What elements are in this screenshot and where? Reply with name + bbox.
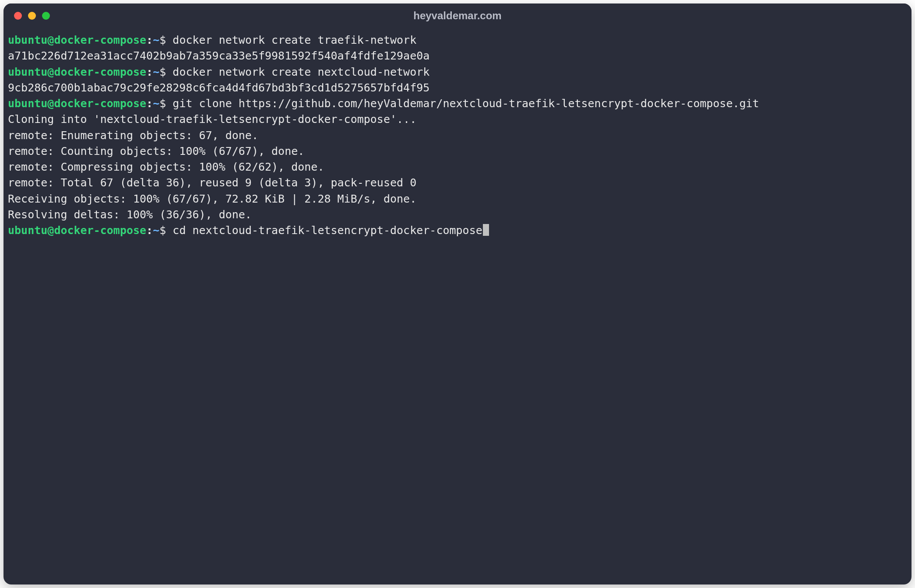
- window-controls: [4, 12, 50, 20]
- output-text: remote: Enumerating objects: 67, done.: [8, 129, 258, 142]
- output-line: remote: Compressing objects: 100% (62/62…: [8, 159, 907, 175]
- output-line: remote: Enumerating objects: 67, done.: [8, 128, 907, 144]
- output-text: Receiving objects: 100% (67/67), 72.82 K…: [8, 192, 416, 205]
- prompt-colon: :: [146, 66, 153, 78]
- prompt-host: docker-compose: [54, 224, 146, 237]
- prompt-at: @: [47, 34, 54, 46]
- prompt-user: ubuntu: [8, 224, 47, 237]
- command-text: docker network create traefik-network: [172, 34, 416, 46]
- prompt-user: ubuntu: [8, 34, 47, 46]
- prompt-host: docker-compose: [54, 34, 146, 46]
- prompt-user: ubuntu: [8, 97, 47, 110]
- prompt-at: @: [47, 97, 54, 110]
- output-line: a71bc226d712ea31acc7402b9ab7a359ca33e5f9…: [8, 48, 907, 64]
- command-text: cd nextcloud-traefik-letsencrypt-docker-…: [172, 224, 482, 237]
- window-title: heyvaldemar.com: [4, 10, 911, 22]
- close-icon[interactable]: [14, 12, 22, 20]
- output-line: Receiving objects: 100% (67/67), 72.82 K…: [8, 191, 907, 207]
- command-text: docker network create nextcloud-network: [172, 66, 429, 78]
- prompt-path: ~: [153, 34, 159, 46]
- output-text: 9cb286c700b1abac79c29fe28298c6fca4d4fd67…: [8, 81, 429, 94]
- prompt-colon: :: [146, 97, 153, 110]
- prompt-path: ~: [153, 97, 159, 110]
- output-text: a71bc226d712ea31acc7402b9ab7a359ca33e5f9…: [8, 49, 429, 62]
- prompt-colon: :: [146, 34, 153, 46]
- output-text: Resolving deltas: 100% (36/36), done.: [8, 208, 252, 221]
- prompt-host: docker-compose: [54, 66, 146, 78]
- terminal-window: heyvaldemar.com ubuntu@docker-compose:~$…: [4, 4, 911, 584]
- terminal-body[interactable]: ubuntu@docker-compose:~$ docker network …: [4, 28, 911, 584]
- prompt-line: ubuntu@docker-compose:~$ git clone https…: [8, 96, 907, 112]
- output-line: 9cb286c700b1abac79c29fe28298c6fca4d4fd67…: [8, 80, 907, 96]
- prompt-dollar: $: [159, 97, 172, 110]
- cursor-icon: [483, 224, 489, 236]
- prompt-at: @: [47, 224, 54, 237]
- prompt-colon: :: [146, 224, 153, 237]
- prompt-user: ubuntu: [8, 66, 47, 78]
- output-line: Cloning into 'nextcloud-traefik-letsencr…: [8, 112, 907, 127]
- prompt-host: docker-compose: [54, 97, 146, 110]
- output-text: remote: Total 67 (delta 36), reused 9 (d…: [8, 176, 416, 189]
- output-line: remote: Total 67 (delta 36), reused 9 (d…: [8, 175, 907, 191]
- prompt-path: ~: [153, 66, 159, 78]
- prompt-dollar: $: [159, 224, 172, 237]
- output-text: remote: Counting objects: 100% (67/67), …: [8, 145, 304, 158]
- prompt-path: ~: [153, 224, 159, 237]
- command-text: git clone https://github.com/heyValdemar…: [172, 97, 759, 110]
- output-text: remote: Compressing objects: 100% (62/62…: [8, 161, 324, 173]
- prompt-dollar: $: [159, 66, 172, 78]
- prompt-dollar: $: [159, 34, 172, 46]
- prompt-line: ubuntu@docker-compose:~$ cd nextcloud-tr…: [8, 223, 907, 238]
- prompt-line: ubuntu@docker-compose:~$ docker network …: [8, 64, 907, 80]
- prompt-at: @: [47, 66, 54, 78]
- minimize-icon[interactable]: [28, 12, 36, 20]
- zoom-icon[interactable]: [42, 12, 50, 20]
- prompt-line: ubuntu@docker-compose:~$ docker network …: [8, 32, 907, 48]
- titlebar: heyvaldemar.com: [4, 4, 911, 28]
- output-line: Resolving deltas: 100% (36/36), done.: [8, 207, 907, 223]
- output-line: remote: Counting objects: 100% (67/67), …: [8, 144, 907, 159]
- output-text: Cloning into 'nextcloud-traefik-letsencr…: [8, 113, 416, 126]
